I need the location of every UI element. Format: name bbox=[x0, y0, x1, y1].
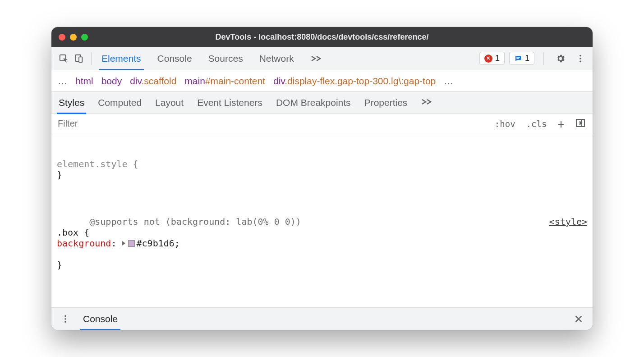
svg-rect-3 bbox=[516, 57, 520, 58]
at-rule-text: @supports not (background: lab(0% 0 0)) bbox=[89, 216, 301, 227]
svg-rect-4 bbox=[516, 58, 519, 59]
inspect-element-icon[interactable] bbox=[56, 51, 71, 66]
window-titlebar: DevTools - localhost:8080/docs/devtools/… bbox=[51, 27, 593, 47]
subtab-layout[interactable]: Layout bbox=[154, 97, 184, 108]
subtab-dom-breakpoints[interactable]: DOM Breakpoints bbox=[275, 97, 352, 108]
rule-selector[interactable]: .box { bbox=[57, 227, 89, 238]
styles-filter-input[interactable] bbox=[51, 114, 493, 134]
css-property-name[interactable]: background bbox=[57, 238, 111, 249]
subtab-event-listeners[interactable]: Event Listeners bbox=[196, 97, 263, 108]
traffic-lights bbox=[59, 34, 88, 41]
separator bbox=[91, 52, 92, 65]
styles-filter-tools: :hov .cls + bbox=[493, 116, 593, 132]
computed-sidebar-toggle-icon[interactable] bbox=[574, 118, 587, 130]
breadcrumb-ellipsis-end[interactable]: … bbox=[444, 76, 453, 86]
hov-toggle[interactable]: :hov bbox=[493, 118, 517, 130]
drawer-menu-icon[interactable] bbox=[58, 311, 73, 327]
svg-point-5 bbox=[580, 55, 581, 56]
tab-console[interactable]: Console bbox=[155, 47, 195, 70]
messages-badge[interactable]: 1 bbox=[509, 52, 534, 65]
window-title: DevTools - localhost:8080/docs/devtools/… bbox=[51, 32, 593, 42]
drawer-tab-console[interactable]: Console bbox=[81, 314, 120, 324]
svg-point-7 bbox=[580, 60, 581, 62]
subtab-overflow[interactable] bbox=[420, 97, 433, 108]
subtab-computed[interactable]: Computed bbox=[97, 97, 143, 108]
tab-network[interactable]: Network bbox=[257, 47, 297, 70]
errors-badge[interactable]: 1 bbox=[479, 52, 505, 65]
styles-subtabs: Styles Computed Layout Event Listeners D… bbox=[51, 92, 593, 114]
breadcrumb-ellipsis[interactable]: … bbox=[58, 76, 67, 86]
settings-icon[interactable] bbox=[553, 51, 568, 66]
rule-source-link[interactable]: <style> bbox=[549, 216, 587, 227]
fullscreen-window-button[interactable] bbox=[81, 34, 88, 41]
device-toggle-icon[interactable] bbox=[71, 51, 87, 66]
subtab-styles[interactable]: Styles bbox=[58, 97, 85, 108]
supports-rule[interactable]: <style>@supports not (background: lab(0%… bbox=[57, 205, 587, 281]
devtools-window: DevTools - localhost:8080/docs/devtools/… bbox=[51, 27, 593, 330]
tab-sources[interactable]: Sources bbox=[206, 47, 246, 70]
main-tabs: Elements Console Sources Network bbox=[99, 47, 325, 70]
svg-point-10 bbox=[64, 318, 66, 320]
main-toolbar: Elements Console Sources Network 1 1 bbox=[51, 47, 593, 70]
styles-filter-bar: :hov .cls + bbox=[51, 114, 593, 134]
tab-overflow[interactable] bbox=[308, 47, 325, 70]
drawer-close-icon[interactable] bbox=[571, 311, 586, 327]
expand-icon[interactable] bbox=[122, 241, 125, 246]
messages-count: 1 bbox=[525, 54, 529, 63]
errors-count: 1 bbox=[495, 54, 500, 63]
separator bbox=[543, 52, 544, 65]
breadcrumb-div-scaffold[interactable]: div.scaffold bbox=[130, 76, 176, 86]
styles-pane[interactable]: element.style { } <style>@supports not (… bbox=[51, 134, 593, 307]
svg-rect-2 bbox=[79, 57, 82, 62]
color-swatch[interactable] bbox=[128, 240, 135, 247]
css-property-value[interactable]: #c9b1d6 bbox=[137, 238, 175, 249]
breadcrumb-div-flex[interactable]: div.display-flex.gap-top-300.lg\:gap-top bbox=[273, 76, 436, 86]
error-icon bbox=[484, 55, 492, 63]
breadcrumb-main[interactable]: main#main-content bbox=[184, 76, 265, 86]
breadcrumb-body[interactable]: body bbox=[101, 76, 122, 86]
dom-breadcrumbs[interactable]: … html body div.scaffold main#main-conte… bbox=[51, 70, 593, 92]
minimize-window-button[interactable] bbox=[70, 34, 77, 41]
message-icon bbox=[514, 55, 522, 63]
console-drawer: Console bbox=[51, 307, 593, 330]
breadcrumb-html[interactable]: html bbox=[75, 76, 93, 86]
subtab-properties[interactable]: Properties bbox=[363, 97, 409, 108]
cls-toggle[interactable]: .cls bbox=[524, 118, 549, 130]
tab-elements[interactable]: Elements bbox=[99, 47, 144, 70]
svg-point-11 bbox=[64, 321, 66, 323]
toolbar-right: 1 1 bbox=[479, 51, 588, 66]
new-rule-button[interactable]: + bbox=[556, 116, 566, 132]
svg-point-9 bbox=[64, 315, 66, 317]
close-window-button[interactable] bbox=[59, 34, 65, 41]
element-style-rule[interactable]: element.style { } bbox=[57, 159, 587, 180]
kebab-menu-icon[interactable] bbox=[573, 51, 588, 66]
svg-point-6 bbox=[580, 58, 581, 59]
